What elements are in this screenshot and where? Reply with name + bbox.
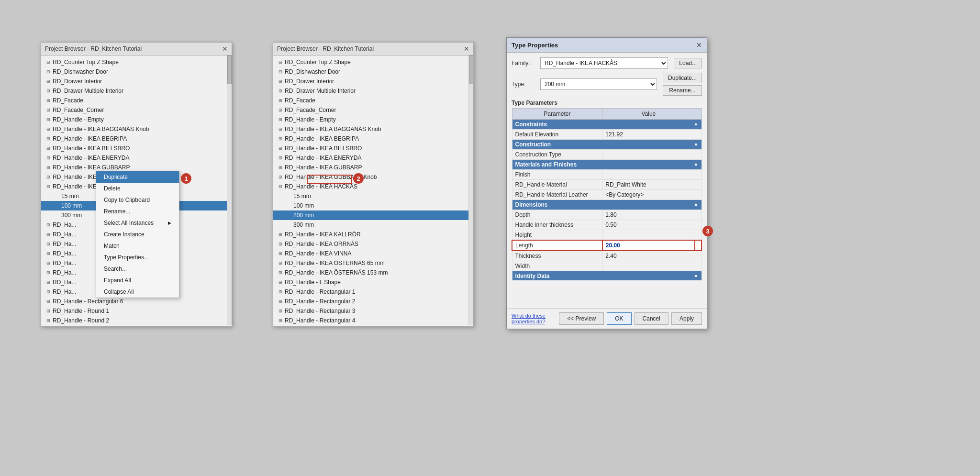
panel2-tree-item-2[interactable]: ⊞RD_Drawer Interior — [273, 77, 473, 86]
expand-icon-p2-22[interactable]: ⊞ — [277, 269, 284, 276]
panel2-tree-item-27[interactable]: ⊞RD_Handle - Rectangular 4 — [273, 316, 473, 325]
expand-icon-p1-7[interactable]: ⊞ — [45, 126, 52, 133]
panel2-tree-item-6[interactable]: ⊞RD_Handle - Empty — [273, 115, 473, 124]
context-menu-item-8[interactable]: Search... — [96, 263, 179, 275]
panel1-tree-item-9[interactable]: ⊞RD_Handle - IKEA BILLSBRO — [41, 144, 232, 153]
expand-icon-p1-16[interactable] — [54, 212, 60, 219]
panel2-tree-item-11[interactable]: ⊞RD_Handle - IKEA GUBBARP — [273, 163, 473, 172]
panel2-tree-item-25[interactable]: ⊞RD_Handle - Rectangular 2 — [273, 297, 473, 306]
expand-icon-p2-24[interactable]: ⊞ — [277, 288, 284, 295]
panel2-tree-item-24[interactable]: ⊞RD_Handle - Rectangular 1 — [273, 287, 473, 297]
panel2-tree-item-15[interactable]: 100 mm — [273, 201, 473, 210]
panel2-tree-item-1[interactable]: ⊟RD_Dishwasher Door — [273, 67, 473, 77]
expand-icon-p2-8[interactable]: ⊞ — [277, 135, 284, 142]
panel2-tree-item-21[interactable]: ⊞RD_Handle - IKEA ÖSTERNÄS 65 mm — [273, 258, 473, 268]
expand-icon-p1-4[interactable]: ⊞ — [45, 97, 52, 104]
properties-help-link[interactable]: What do these properties do? — [512, 313, 556, 324]
expand-icon-p2-3[interactable]: ⊞ — [277, 88, 284, 94]
panel2-tree-item-17[interactable]: 300 mm — [273, 220, 473, 230]
panel1-tree-item-27[interactable]: ⊞RD_Handle - Round 2 — [41, 316, 232, 325]
context-menu-item-1[interactable]: Delete — [96, 183, 179, 194]
expand-icon-p2-13[interactable]: ⊟ — [277, 183, 284, 190]
panel1-tree-item-7[interactable]: ⊞RD_Handle - IKEA BAGGANÄS Knob — [41, 124, 232, 134]
panel1-scrollbar[interactable] — [227, 55, 232, 325]
panel2-scrollbar[interactable] — [468, 55, 473, 325]
expand-icon-p1-23[interactable]: ⊞ — [45, 279, 52, 286]
expand-icon-p1-3[interactable]: ⊞ — [45, 88, 52, 94]
expand-icon-p2-12[interactable]: ⊞ — [277, 174, 284, 180]
panel2-tree-item-19[interactable]: ⊞RD_Handle - IKEA ORRNÄS — [273, 239, 473, 249]
expand-icon-p2-6[interactable]: ⊞ — [277, 116, 284, 123]
expand-icon-p1-20[interactable]: ⊞ — [45, 250, 52, 257]
panel2-scrollbar-thumb[interactable] — [469, 55, 473, 84]
panel2-tree-item-0[interactable]: ⊟RD_Counter Top Z Shape — [273, 57, 473, 67]
expand-icon-p1-27[interactable]: ⊞ — [45, 317, 52, 324]
expand-icon-p2-26[interactable]: ⊞ — [277, 308, 284, 314]
expand-icon-p1-21[interactable]: ⊞ — [45, 260, 52, 266]
panel2-tree-item-4[interactable]: ⊞RD_Facade — [273, 96, 473, 105]
cancel-button[interactable]: Cancel — [635, 312, 668, 325]
panel2-tree-item-13[interactable]: ⊟RD_Handle - IKEA HACKÅS — [273, 182, 473, 191]
expand-icon-p1-15[interactable] — [54, 202, 60, 209]
expand-icon-p2-7[interactable]: ⊞ — [277, 126, 284, 133]
panel2-tree-item-10[interactable]: ⊞RD_Handle - IKEA ENERYDA — [273, 153, 473, 163]
expand-icon-p2-11[interactable]: ⊞ — [277, 164, 284, 171]
expand-icon-p2-2[interactable]: ⊞ — [277, 78, 284, 85]
expand-icon-p2-10[interactable]: ⊞ — [277, 155, 284, 161]
preview-button[interactable]: << Preview — [559, 312, 604, 325]
expand-icon-p1-18[interactable]: ⊞ — [45, 231, 52, 238]
panel1-tree-item-26[interactable]: ⊞RD_Handle - Round 1 — [41, 306, 232, 316]
expand-icon-p2-23[interactable]: ⊞ — [277, 279, 284, 286]
expand-icon-p2-5[interactable]: ⊞ — [277, 107, 284, 113]
panel2-tree-item-14[interactable]: 15 mm — [273, 191, 473, 201]
panel1-tree-item-8[interactable]: ⊞RD_Handle - IKEA BEGRIPA — [41, 134, 232, 144]
panel2-tree-item-23[interactable]: ⊞RD_Handle - L Shape — [273, 277, 473, 287]
param-row-3-3[interactable]: Length — [512, 240, 702, 251]
expand-icon-p2-19[interactable]: ⊞ — [277, 241, 284, 247]
panel1-tree-item-3[interactable]: ⊞RD_Drawer Multiple Interior — [41, 86, 232, 96]
expand-icon-p2-4[interactable]: ⊞ — [277, 97, 284, 104]
ok-button[interactable]: OK — [607, 312, 631, 325]
rename-button[interactable]: Rename... — [663, 85, 702, 96]
dialog-close-button[interactable]: ✕ — [696, 41, 702, 49]
expand-icon-p2-21[interactable]: ⊞ — [277, 260, 284, 266]
expand-icon-p2-18[interactable]: ⊞ — [277, 231, 284, 238]
expand-icon-p1-13[interactable]: ⊟ — [45, 183, 52, 190]
panel1-tree-item-0[interactable]: ⊟RD_Counter Top Z Shape — [41, 57, 232, 67]
expand-icon-p1-6[interactable]: ⊞ — [45, 116, 52, 123]
context-menu-item-0[interactable]: Duplicate — [96, 171, 179, 183]
panel1-tree-item-5[interactable]: ⊞RD_Facade_Corner — [41, 105, 232, 115]
family-select[interactable]: RD_Handle - IKEA HACKÅS — [540, 57, 668, 69]
panel1-close-button[interactable]: ✕ — [222, 45, 228, 52]
expand-icon-p1-1[interactable]: ⊟ — [45, 68, 52, 75]
expand-icon-p2-0[interactable]: ⊟ — [277, 59, 284, 66]
panel1-tree-item-1[interactable]: ⊟RD_Dishwasher Door — [41, 67, 232, 77]
panel2-tree-item-5[interactable]: ⊞RD_Facade_Corner — [273, 105, 473, 115]
expand-icon-p1-0[interactable]: ⊟ — [45, 59, 52, 66]
expand-icon-p2-25[interactable]: ⊞ — [277, 298, 284, 305]
panel2-tree-item-8[interactable]: ⊞RD_Handle - IKEA BEGRIPA — [273, 134, 473, 144]
expand-icon-p1-2[interactable]: ⊞ — [45, 78, 52, 85]
expand-icon-p2-15[interactable] — [286, 202, 292, 209]
panel1-tree-item-4[interactable]: ⊞RD_Facade — [41, 96, 232, 105]
expand-icon-p1-17[interactable]: ⊞ — [45, 221, 52, 228]
panel2-tree-item-18[interactable]: ⊞RD_Handle - IKEA KALLRÖR — [273, 230, 473, 239]
panel1-scrollbar-thumb[interactable] — [227, 55, 232, 84]
expand-icon-p1-19[interactable]: ⊞ — [45, 241, 52, 247]
panel2-close-button[interactable]: ✕ — [464, 45, 469, 52]
panel1-tree-item-6[interactable]: ⊞RD_Handle - Empty — [41, 115, 232, 124]
panel2-tree-item-12[interactable]: ⊞RD_Handle - IKEA GUBBARP Knob — [273, 172, 473, 182]
param-input-3-3[interactable] — [606, 242, 691, 249]
expand-icon-p2-14[interactable] — [286, 193, 292, 199]
context-menu-item-2[interactable]: Copy to Clipboard — [96, 194, 179, 206]
panel2-tree-item-3[interactable]: ⊞RD_Drawer Multiple Interior — [273, 86, 473, 96]
panel2-tree-item-16[interactable]: 200 mm — [273, 210, 473, 220]
expand-icon-p1-5[interactable]: ⊞ — [45, 107, 52, 113]
panel1-tree-item-10[interactable]: ⊞RD_Handle - IKEA ENERYDA — [41, 153, 232, 163]
context-menu-item-7[interactable]: Type Properties... — [96, 252, 179, 263]
type-select[interactable]: 200 mm — [540, 78, 657, 90]
expand-icon-p1-10[interactable]: ⊞ — [45, 155, 52, 161]
panel1-tree-item-25[interactable]: ⊞RD_Handle - Rectangular 6 — [41, 297, 232, 306]
params-scroll[interactable]: Parameter Value Constraints▲Default Elev… — [512, 108, 702, 280]
expand-icon-p1-25[interactable]: ⊞ — [45, 298, 52, 305]
